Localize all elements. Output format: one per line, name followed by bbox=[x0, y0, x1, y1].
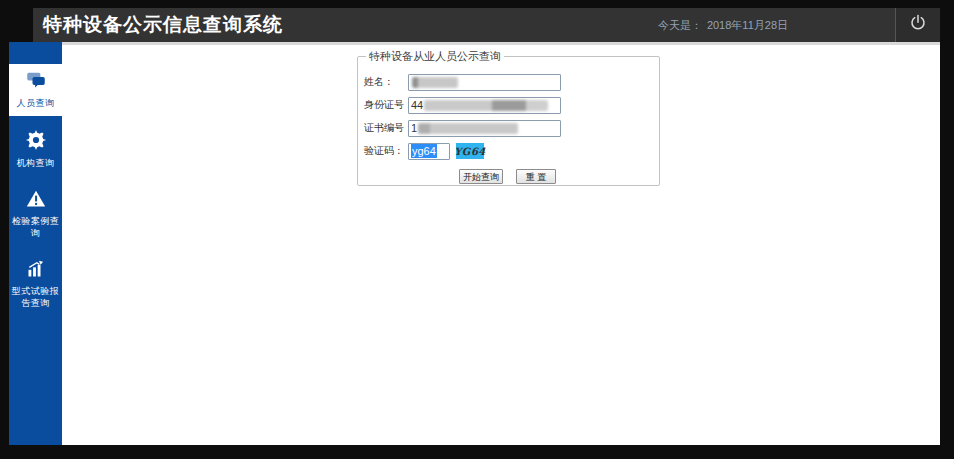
sidebar-item-label: 检验案例查询 bbox=[11, 215, 60, 239]
submit-query-button[interactable]: 开始查询 bbox=[459, 169, 503, 184]
sidebar-item-organization-query[interactable]: 机构查询 bbox=[9, 123, 62, 176]
main-content: 特种设备从业人员公示查询 姓名： 身份证号： 44 证书编号： 1 bbox=[62, 42, 940, 445]
gear-icon bbox=[11, 129, 60, 155]
captcha-row: 验证码： yg64 YG64 bbox=[364, 142, 653, 160]
date-value: 2018年11月28日 bbox=[707, 18, 788, 33]
button-row: 开始查询 重 置 bbox=[364, 169, 653, 184]
reset-button[interactable]: 重 置 bbox=[516, 169, 556, 184]
sidebar-item-label: 型式试验报告查询 bbox=[11, 285, 60, 309]
cert-no-value-prefix: 1 bbox=[411, 122, 417, 134]
bar-chart-icon bbox=[11, 259, 60, 283]
form-legend: 特种设备从业人员公示查询 bbox=[366, 49, 504, 64]
captcha-label: 验证码： bbox=[364, 144, 408, 158]
name-row: 姓名： bbox=[364, 73, 653, 91]
cert-no-row: 证书编号： 1 bbox=[364, 119, 653, 137]
sidebar-item-label: 人员查询 bbox=[11, 97, 60, 109]
sidebar-item-type-test-report-query[interactable]: 型式试验报告查询 bbox=[9, 253, 62, 316]
id-card-row: 身份证号： 44 bbox=[364, 96, 653, 114]
personnel-query-form: 特种设备从业人员公示查询 姓名： 身份证号： 44 证书编号： 1 bbox=[357, 49, 660, 186]
power-icon bbox=[908, 13, 928, 37]
name-label: 姓名： bbox=[364, 75, 408, 89]
sidebar-spacer bbox=[9, 42, 62, 64]
date-label: 今天是： bbox=[658, 18, 702, 33]
cert-no-value-redacted bbox=[418, 123, 518, 134]
page-title: 特种设备公示信息查询系统 bbox=[33, 12, 283, 38]
captcha-image[interactable]: YG64 bbox=[456, 143, 484, 159]
captcha-input-value: yg64 bbox=[411, 144, 437, 158]
id-card-input[interactable]: 44 bbox=[408, 97, 561, 114]
sidebar-nav: 人员查询 机构查询 检验案例查询 bbox=[9, 42, 62, 445]
chat-bubbles-icon bbox=[11, 70, 60, 95]
id-card-value-redacted bbox=[424, 100, 548, 111]
app-header: 特种设备公示信息查询系统 今天是： 2018年11月28日 bbox=[33, 8, 940, 42]
id-card-value-prefix: 44 bbox=[411, 99, 423, 111]
id-card-label: 身份证号： bbox=[364, 98, 408, 112]
logout-power-button[interactable] bbox=[895, 8, 940, 42]
warning-triangle-icon bbox=[11, 189, 60, 213]
captcha-input[interactable]: yg64 bbox=[408, 143, 450, 160]
header-date: 今天是： 2018年11月28日 bbox=[658, 8, 788, 42]
sidebar-item-personnel-query[interactable]: 人员查询 bbox=[9, 64, 62, 116]
cert-no-label: 证书编号： bbox=[364, 121, 408, 135]
sidebar-item-inspection-case-query[interactable]: 检验案例查询 bbox=[9, 183, 62, 246]
cert-no-input[interactable]: 1 bbox=[408, 120, 561, 137]
sidebar-item-label: 机构查询 bbox=[11, 157, 60, 169]
name-input[interactable] bbox=[408, 74, 561, 91]
name-value-redacted bbox=[412, 77, 458, 88]
